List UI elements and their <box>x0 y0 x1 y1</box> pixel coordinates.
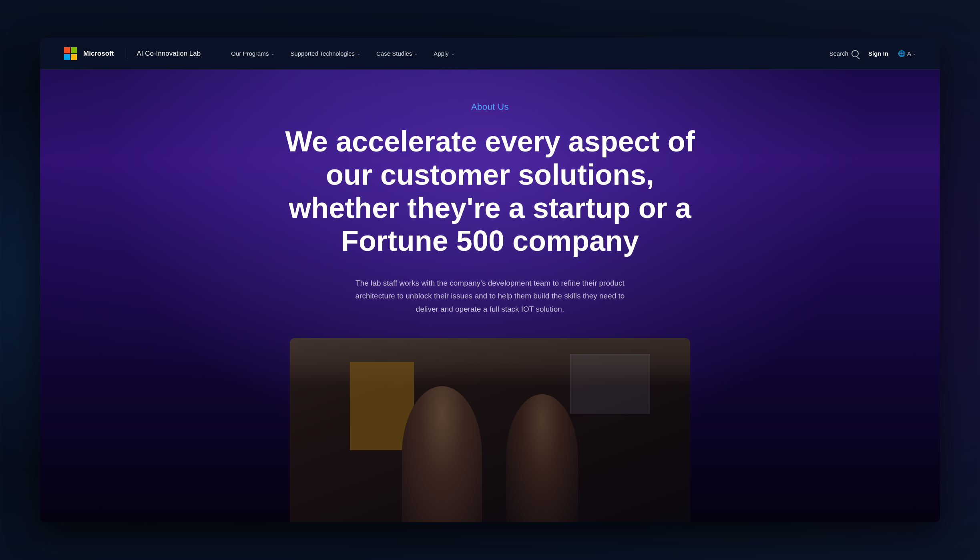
nav-our-programs[interactable]: Our Programs ⌄ <box>225 47 281 60</box>
language-selector[interactable]: 🌐 A ⌄ <box>898 50 916 57</box>
chevron-down-icon: ⌄ <box>414 51 418 56</box>
logo-q3 <box>64 54 70 60</box>
hero-subtitle: The lab staff works with the company's d… <box>354 277 626 316</box>
site-name[interactable]: AI Co-Innovation Lab <box>137 50 201 58</box>
section-label: About Us <box>226 102 754 112</box>
logo-area: Microsoft AI Co-Innovation Lab <box>64 47 201 60</box>
nav-apply-label: Apply <box>434 50 449 57</box>
search-icon <box>851 50 859 57</box>
nav-right: Search Sign In 🌐 A ⌄ <box>829 48 916 59</box>
hero-image-placeholder <box>290 338 690 522</box>
navbar: Microsoft AI Co-Innovation Lab Our Progr… <box>40 38 940 70</box>
logo-q1 <box>64 47 70 53</box>
chevron-down-icon: ⌄ <box>913 51 916 56</box>
image-overlay <box>290 338 690 522</box>
nav-our-programs-label: Our Programs <box>231 50 269 57</box>
hero-title: We accelerate every aspect of our custom… <box>270 125 710 258</box>
microsoft-logo <box>64 47 77 60</box>
nav-links: Our Programs ⌄ Supported Technologies ⌄ … <box>225 47 829 60</box>
hero-image <box>290 338 690 522</box>
search-label: Search <box>829 50 848 57</box>
nav-case-studies-label: Case Studies <box>376 50 412 57</box>
hero-content: About Us We accelerate every aspect of o… <box>210 70 770 364</box>
chevron-down-icon: ⌄ <box>271 51 274 56</box>
nav-case-studies[interactable]: Case Studies ⌄ <box>370 47 424 60</box>
brand-name[interactable]: Microsoft <box>83 50 114 58</box>
language-label: A <box>907 50 911 57</box>
logo-q4 <box>71 54 77 60</box>
search-button[interactable]: Search <box>829 50 859 57</box>
hero-section: About Us We accelerate every aspect of o… <box>40 70 940 522</box>
chevron-down-icon: ⌄ <box>451 51 454 56</box>
language-icon: 🌐 <box>898 50 906 57</box>
nav-supported-technologies[interactable]: Supported Technologies ⌄ <box>284 47 367 60</box>
logo-q2 <box>71 47 77 53</box>
nav-apply[interactable]: Apply ⌄ <box>427 47 461 60</box>
logo-divider <box>127 48 127 59</box>
nav-supported-technologies-label: Supported Technologies <box>290 50 355 57</box>
chevron-down-icon: ⌄ <box>357 51 360 56</box>
sign-in-button[interactable]: Sign In <box>867 48 890 59</box>
